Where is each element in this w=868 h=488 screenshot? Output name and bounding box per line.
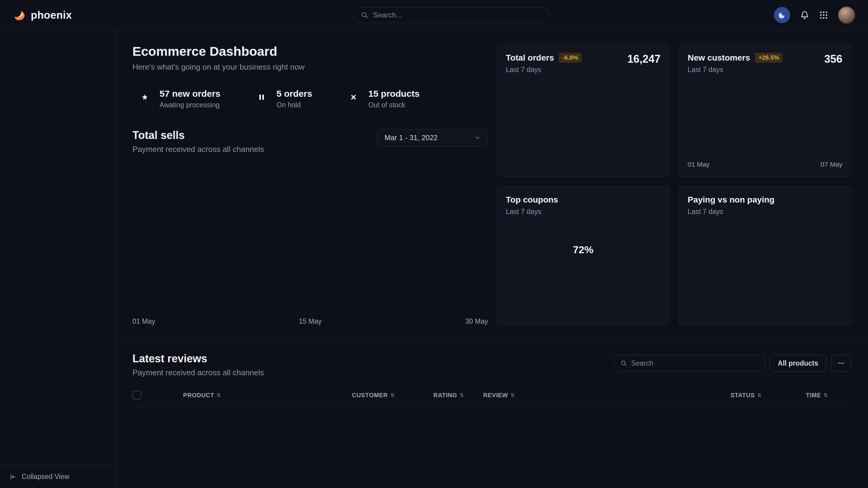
moon-icon: [778, 11, 786, 19]
card-period: Last 7 days: [688, 66, 783, 74]
date-range-value: Mar 1 - 31, 2022: [384, 133, 438, 142]
brand[interactable]: phoenix: [13, 8, 72, 22]
dashboard-section: Ecommerce Dashboard Here's what's going …: [116, 30, 868, 338]
navbar-actions: [774, 6, 855, 24]
global-search-input[interactable]: [373, 11, 542, 19]
stat-caption: Awating processing: [159, 101, 220, 109]
sort-icon: ⇅: [510, 392, 515, 398]
new-customers-x-axis: 01 May 07 May: [688, 161, 842, 168]
reviews-search-input[interactable]: [631, 359, 758, 367]
paying-chart-area: [688, 216, 842, 317]
card-title: Top coupons: [506, 195, 558, 205]
dashboard-left-column: Ecommerce Dashboard Here's what's going …: [132, 44, 488, 326]
notifications-button[interactable]: [800, 10, 809, 20]
top-navbar: phoenix: [0, 0, 868, 30]
sort-icon: ⇅: [460, 392, 464, 398]
on-hold-pause-icon: [249, 90, 269, 108]
reviews-search[interactable]: [614, 355, 765, 372]
apps-grid-button[interactable]: [819, 10, 828, 20]
collapsed-view-toggle[interactable]: Collapsed View: [0, 465, 115, 488]
card-period: Last 7 days: [506, 208, 558, 216]
brand-name: phoenix: [31, 9, 72, 21]
main-content: Ecommerce Dashboard Here's what's going …: [116, 30, 868, 488]
card-title: New customers: [688, 53, 750, 63]
grid-icon: [819, 10, 828, 20]
total-orders-card: Total orders -6.8% Last 7 days 16,247: [496, 44, 670, 176]
all-products-button[interactable]: All products: [770, 355, 826, 372]
col-rating[interactable]: RATING⇅: [433, 392, 483, 399]
date-range-select[interactable]: Mar 1 - 31, 2022: [377, 129, 488, 147]
total-sells-x-axis: 01 May 15 May 30 May: [132, 317, 488, 326]
total-orders-bar-chart: [549, 98, 618, 145]
total-sells-title: Total sells: [132, 129, 264, 142]
out-of-stock-x-icon: ×: [341, 90, 361, 108]
card-title: Paying vs non paying: [688, 195, 775, 205]
page-title: Ecommerce Dashboard: [132, 44, 488, 59]
ellipsis-icon: [838, 360, 845, 367]
total-orders-value: 16,247: [627, 53, 660, 65]
collapsed-view-label: Collapsed View: [22, 473, 69, 481]
col-customer[interactable]: CUSTOMER⇅: [352, 392, 433, 399]
more-options-button[interactable]: [831, 355, 851, 372]
stat-on-hold: 5 orders On hold: [249, 89, 312, 109]
quick-stats: ★ 57 new orders Awating processing 5 ord…: [132, 89, 488, 109]
top-coupons-chart-area: 72%: [554, 220, 613, 279]
sort-icon: ⇅: [217, 392, 221, 398]
sidebar-nav: [0, 36, 115, 465]
stat-caption: On hold: [277, 101, 312, 109]
theme-toggle-button[interactable]: [774, 7, 790, 23]
card-period: Last 7 days: [506, 66, 582, 74]
reviews-controls: All products: [614, 355, 851, 372]
sort-icon: ⇅: [757, 392, 762, 398]
global-search[interactable]: [353, 7, 550, 23]
trend-badge: +26.5%: [755, 53, 783, 63]
new-customers-chart-area: [688, 74, 842, 157]
new-customers-line-chart: [688, 93, 842, 157]
stat-value: 5 orders: [277, 89, 312, 99]
phoenix-logo-icon: [13, 8, 27, 22]
reviews-table-header: PRODUCT⇅ CUSTOMER⇅ RATING⇅ REVIEW⇅ STATU…: [132, 391, 851, 406]
new-customers-card: New customers +26.5% Last 7 days 356 01 …: [678, 44, 852, 176]
card-period: Last 7 days: [688, 208, 775, 216]
x-tick: 01 May: [688, 161, 709, 168]
x-tick: 30 May: [465, 317, 488, 326]
sort-icon: ⇅: [824, 392, 828, 398]
select-all-checkbox[interactable]: [132, 391, 142, 400]
sidebar: Collapsed View: [0, 30, 116, 488]
reviews-title: Latest reviews: [132, 352, 264, 365]
total-sells-subtitle: Payment received across all channels: [132, 145, 264, 154]
user-avatar[interactable]: [838, 6, 855, 24]
chevron-down-icon: [474, 135, 480, 141]
new-customers-value: 356: [824, 53, 842, 65]
bell-icon: [800, 10, 809, 20]
trend-badge: -6.8%: [559, 53, 582, 63]
stat-out-of-stock: × 15 products Out of stock: [341, 89, 420, 109]
x-tick: 15 May: [299, 317, 321, 326]
latest-reviews-section: Latest reviews Payment received across a…: [116, 338, 868, 488]
paying-gauge-chart: [726, 245, 804, 289]
sort-icon: ⇅: [390, 392, 395, 398]
col-product[interactable]: PRODUCT⇅: [183, 392, 352, 399]
stat-value: 15 products: [368, 89, 420, 99]
arrow-bar-left-icon: [10, 474, 16, 480]
stat-new-orders: ★ 57 new orders Awating processing: [132, 89, 220, 109]
top-coupons-card: Top coupons Last 7 days 72%: [496, 186, 670, 326]
col-review[interactable]: REVIEW⇅: [483, 392, 731, 399]
stat-value: 57 new orders: [159, 89, 220, 99]
total-orders-chart-area: [506, 74, 660, 168]
new-orders-star-icon: ★: [132, 90, 152, 108]
page-subtitle: Here's what's going on at your business …: [132, 62, 488, 72]
stat-caption: Out of stock: [368, 101, 420, 109]
reviews-subtitle: Payment received across all channels: [132, 368, 264, 378]
search-icon: [620, 360, 627, 366]
x-tick: 01 May: [132, 317, 155, 326]
x-tick: 07 May: [820, 161, 842, 168]
col-time[interactable]: TIME⇅: [806, 392, 851, 399]
total-sells-chart: [132, 164, 488, 313]
reviews-table: PRODUCT⇅ CUSTOMER⇅ RATING⇅ REVIEW⇅ STATU…: [132, 391, 851, 406]
col-status[interactable]: STATUS⇅: [731, 392, 806, 399]
total-sells-chart-wrap: 01 May 15 May 30 May: [132, 164, 488, 326]
paying-vs-non-paying-card: Paying vs non paying Last 7 days: [678, 186, 852, 326]
total-sells-header: Total sells Payment received across all …: [132, 129, 488, 154]
donut-center-label: 72%: [554, 220, 613, 279]
